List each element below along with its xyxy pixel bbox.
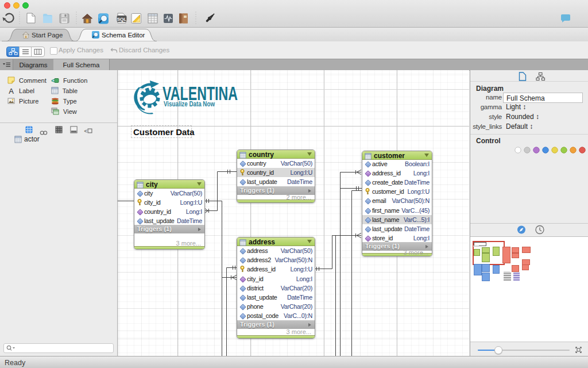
svg-text:A: A	[9, 87, 14, 94]
svg-text:SQL: SQL	[117, 17, 127, 22]
svg-text:Schema Editor: Schema Editor	[102, 32, 145, 39]
svg-text:<: <	[51, 77, 55, 84]
svg-text:<: <	[84, 128, 87, 134]
svg-text:Start Page: Start Page	[32, 32, 63, 39]
